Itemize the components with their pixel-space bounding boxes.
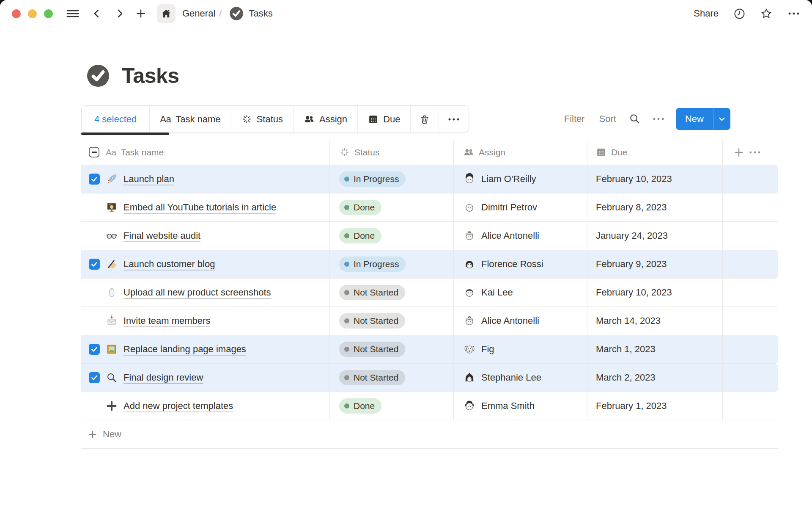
favorite-star-icon[interactable] — [760, 8, 772, 19]
task-title[interactable]: Upload all new product screenshots — [123, 287, 271, 298]
column-header-status[interactable]: Status — [330, 140, 454, 165]
search-icon[interactable] — [629, 113, 640, 124]
due-cell[interactable]: February 8, 2023 — [587, 193, 723, 221]
status-badge[interactable]: Done — [339, 228, 381, 243]
share-button[interactable]: Share — [694, 8, 719, 19]
table-options-icon[interactable] — [749, 150, 761, 155]
toolbar-more-button[interactable] — [439, 106, 469, 133]
filter-button[interactable]: Filter — [564, 113, 585, 124]
table-row[interactable]: Add new project templatesDoneEmma SmithF… — [81, 392, 778, 420]
table-row[interactable]: Embed all YouTube tutorials in articleDo… — [81, 193, 778, 222]
task-title[interactable]: Replace landing page images — [123, 344, 246, 355]
due-cell[interactable]: March 2, 2023 — [587, 364, 723, 392]
assign-cell[interactable]: Liam O’Reilly — [454, 165, 587, 193]
status-badge[interactable]: Done — [339, 200, 381, 215]
toolbar-tab-assign[interactable]: Assign — [294, 106, 358, 133]
task-title[interactable]: Final design review — [123, 372, 203, 383]
status-cell[interactable]: Not Started — [330, 335, 454, 363]
assign-cell[interactable]: Emma Smith — [454, 392, 587, 420]
table-row[interactable]: Final website auditDoneAlice AntonelliJa… — [81, 222, 778, 250]
sort-button[interactable]: Sort — [599, 113, 616, 124]
back-icon[interactable] — [92, 8, 102, 19]
more-options-icon[interactable] — [787, 11, 800, 16]
table-row[interactable]: Final design reviewNot StartedStephanie … — [81, 364, 778, 392]
due-cell[interactable]: February 10, 2023 — [587, 279, 723, 306]
close-window-button[interactable] — [12, 9, 21, 18]
row-checkbox[interactable] — [89, 259, 100, 270]
column-header-due[interactable]: Due — [587, 140, 723, 165]
assign-cell[interactable]: Alice Antonelli — [454, 222, 587, 250]
forward-icon[interactable] — [115, 8, 125, 19]
status-badge[interactable]: Not Started — [339, 370, 405, 385]
assign-cell[interactable]: Alice Antonelli — [454, 307, 587, 335]
toolbar-tab-due[interactable]: Due — [358, 106, 411, 133]
status-cell[interactable]: In Progress — [330, 250, 454, 278]
status-badge[interactable]: Not Started — [339, 313, 405, 329]
sidebar-menu-icon[interactable] — [66, 7, 79, 20]
task-cell[interactable]: Upload all new product screenshots — [81, 279, 330, 306]
view-more-icon[interactable] — [652, 117, 665, 121]
status-badge[interactable]: In Progress — [339, 171, 406, 187]
status-cell[interactable]: Not Started — [330, 307, 454, 335]
new-button-dropdown[interactable] — [713, 108, 730, 130]
task-cell[interactable]: Embed all YouTube tutorials in article — [81, 193, 330, 221]
task-title[interactable]: Add new project templates — [123, 400, 233, 411]
status-cell[interactable]: Done — [330, 222, 454, 250]
column-header-assign[interactable]: Assign — [454, 140, 587, 165]
status-cell[interactable]: Done — [330, 392, 454, 420]
task-cell[interactable]: Replace landing page images — [81, 335, 330, 363]
toolbar-tab-status[interactable]: Status — [231, 106, 294, 133]
table-row[interactable]: Launch planIn ProgressLiam O’ReillyFebru… — [81, 165, 778, 193]
assign-cell[interactable]: Stephanie Lee — [454, 364, 587, 392]
assign-cell[interactable]: Fig — [454, 335, 587, 363]
table-row[interactable]: Invite team membersNot StartedAlice Anto… — [81, 307, 778, 335]
task-cell[interactable]: Launch plan — [81, 165, 330, 193]
assign-cell[interactable]: Dimitri Petrov — [454, 193, 587, 221]
task-cell[interactable]: Invite team members — [81, 307, 330, 335]
history-clock-icon[interactable] — [734, 8, 745, 19]
table-row[interactable]: Upload all new product screenshotsNot St… — [81, 279, 778, 307]
row-checkbox[interactable] — [89, 344, 100, 355]
minimize-window-button[interactable] — [28, 9, 37, 18]
new-button-label[interactable]: New — [676, 108, 713, 130]
column-header-task-name[interactable]: Aa Task name — [81, 140, 330, 165]
table-row[interactable]: Replace landing page imagesNot StartedFi… — [81, 335, 778, 364]
home-icon[interactable] — [157, 4, 176, 23]
task-title[interactable]: Final website audit — [123, 230, 200, 241]
due-cell[interactable]: January 24, 2023 — [587, 222, 723, 250]
status-badge[interactable]: Done — [339, 398, 381, 414]
task-title[interactable]: Launch customer blog — [123, 259, 215, 270]
selected-count-tab[interactable]: 4 selected — [82, 106, 150, 133]
status-cell[interactable]: Not Started — [330, 279, 454, 306]
due-cell[interactable]: February 10, 2023 — [587, 165, 723, 193]
due-cell[interactable]: February 9, 2023 — [587, 250, 723, 278]
status-cell[interactable]: In Progress — [330, 165, 454, 193]
status-badge[interactable]: In Progress — [339, 257, 406, 272]
table-row[interactable]: Launch customer blogIn ProgressFlorence … — [81, 250, 778, 279]
task-title[interactable]: Launch plan — [123, 174, 174, 185]
due-cell[interactable]: February 1, 2023 — [587, 392, 723, 420]
task-cell[interactable]: Final website audit — [81, 222, 330, 250]
task-title[interactable]: Invite team members — [123, 315, 210, 326]
toolbar-tab-task-name[interactable]: AaTask name — [150, 106, 231, 133]
zoom-window-button[interactable] — [44, 9, 53, 18]
select-all-checkbox[interactable] — [89, 147, 99, 157]
trash-button[interactable] — [411, 106, 439, 133]
add-column-icon[interactable] — [734, 147, 744, 157]
status-cell[interactable]: Done — [330, 193, 454, 221]
new-page-icon[interactable] — [136, 8, 146, 19]
task-cell[interactable]: Final design review — [81, 364, 330, 392]
row-checkbox[interactable] — [89, 174, 100, 185]
assign-cell[interactable]: Florence Rossi — [454, 250, 587, 278]
task-cell[interactable]: Launch customer blog — [81, 250, 330, 278]
task-cell[interactable]: Add new project templates — [81, 392, 330, 420]
due-cell[interactable]: March 1, 2023 — [587, 335, 723, 363]
breadcrumb-root[interactable]: General — [182, 8, 215, 19]
breadcrumb-current[interactable]: Tasks — [249, 8, 272, 19]
assign-cell[interactable]: Kai Lee — [454, 279, 587, 306]
new-button[interactable]: New — [676, 108, 730, 130]
status-badge[interactable]: Not Started — [339, 285, 405, 300]
task-title[interactable]: Embed all YouTube tutorials in article — [123, 202, 276, 213]
due-cell[interactable]: March 14, 2023 — [587, 307, 723, 335]
row-checkbox[interactable] — [89, 372, 100, 383]
